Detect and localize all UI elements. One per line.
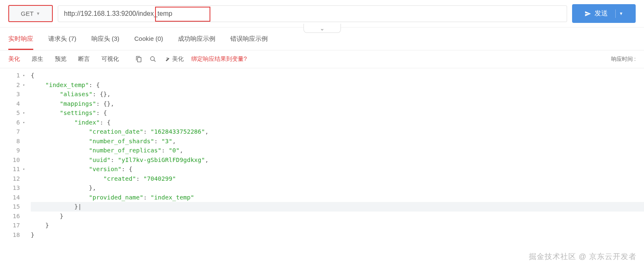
url-highlight-annotation bbox=[155, 7, 210, 22]
code-line: } bbox=[31, 212, 644, 221]
send-button-label: 发送 bbox=[595, 9, 608, 18]
line-number: 10 bbox=[0, 155, 21, 165]
code-line: "aliases": {}, bbox=[31, 90, 644, 99]
sub-tab-raw[interactable]: 原生 bbox=[32, 55, 43, 63]
send-icon bbox=[585, 10, 591, 17]
chevron-down-icon[interactable]: ▼ bbox=[619, 11, 623, 16]
line-number: 11 bbox=[0, 164, 21, 174]
code-line: "version": { bbox=[31, 164, 644, 174]
code-line: }, bbox=[31, 183, 644, 193]
line-number: 14 bbox=[0, 193, 21, 202]
send-divider bbox=[615, 10, 616, 18]
svg-point-0 bbox=[151, 57, 154, 60]
beautify-action[interactable]: 美化 bbox=[164, 55, 184, 63]
line-number: 18 bbox=[0, 230, 21, 240]
url-input[interactable]: http://192.168.1.33:9200/index_temp bbox=[58, 5, 567, 22]
line-number: 1 bbox=[0, 71, 21, 80]
sub-tab-visualize[interactable]: 可视化 bbox=[101, 55, 119, 63]
sub-tab-assert[interactable]: 断言 bbox=[78, 55, 90, 63]
response-sub-toolbar: 美化 原生 预览 断言 可视化 美化 绑定响应结果到变量? 响应时间 : bbox=[0, 50, 644, 68]
line-number: 4 bbox=[0, 99, 21, 109]
line-gutter: 123456789101112131415161718 bbox=[0, 71, 22, 239]
line-number: 12 bbox=[0, 174, 21, 184]
copy-icon[interactable] bbox=[136, 56, 142, 62]
code-line: "number_of_shards": "3", bbox=[31, 137, 644, 146]
line-number: 16 bbox=[0, 212, 21, 221]
sub-tab-preview[interactable]: 预览 bbox=[55, 55, 67, 63]
line-number: 5 bbox=[0, 108, 21, 118]
http-method-dropdown[interactable]: GET ▼ bbox=[8, 5, 53, 22]
tab-error-example[interactable]: 错误响应示例 bbox=[230, 35, 268, 50]
code-line: "uuid": "yIl7kv-gSbiGRlFD9gdkxg", bbox=[31, 155, 644, 165]
line-number: 13 bbox=[0, 183, 21, 193]
tab-realtime-response[interactable]: 实时响应 bbox=[8, 35, 33, 50]
http-method-label: GET bbox=[21, 10, 34, 17]
code-line: "mappings": {}, bbox=[31, 99, 644, 109]
code-line: "creation_date": "1628433752286", bbox=[31, 127, 644, 137]
code-line: "number_of_replicas": "0", bbox=[31, 146, 644, 155]
sub-tab-beautify[interactable]: 美化 bbox=[8, 55, 20, 63]
svg-line-1 bbox=[154, 60, 155, 62]
code-content[interactable]: { "index_temp": { "aliases": {}, "mappin… bbox=[22, 71, 644, 239]
line-number: 3 bbox=[0, 90, 21, 99]
bind-variables-link[interactable]: 绑定响应结果到变量? bbox=[191, 55, 247, 63]
code-line: "index_temp": { bbox=[31, 80, 644, 90]
toolbar-icons: 美化 绑定响应结果到变量? bbox=[136, 55, 247, 63]
send-button[interactable]: 发送 ▼ bbox=[572, 4, 636, 23]
chevron-down-icon: ⌄ bbox=[320, 25, 325, 32]
chevron-down-icon: ▼ bbox=[36, 11, 40, 16]
search-icon[interactable] bbox=[150, 56, 156, 62]
response-body: 123456789101112131415161718 { "index_tem… bbox=[0, 68, 644, 244]
code-line: "provided_name": "index_temp" bbox=[31, 193, 644, 202]
code-line: } bbox=[31, 221, 644, 230]
tab-request-headers[interactable]: 请求头 (7) bbox=[48, 35, 76, 50]
wand-icon bbox=[164, 56, 170, 62]
tab-success-example[interactable]: 成功响应示例 bbox=[178, 35, 215, 50]
line-number: 15 bbox=[0, 202, 21, 212]
response-time-label: 响应时间 : bbox=[611, 55, 636, 63]
code-line: }| bbox=[31, 202, 644, 212]
code-line: "settings": { bbox=[31, 108, 644, 118]
tab-response-headers[interactable]: 响应头 (3) bbox=[91, 35, 120, 50]
line-number: 17 bbox=[0, 221, 21, 230]
tab-cookie[interactable]: Cookie (0) bbox=[134, 35, 163, 50]
line-number: 2 bbox=[0, 80, 21, 90]
line-number: 8 bbox=[0, 137, 21, 146]
code-line: } bbox=[31, 230, 644, 240]
line-number: 7 bbox=[0, 127, 21, 137]
code-line: { bbox=[31, 71, 644, 80]
collapse-handle[interactable]: ⌄ bbox=[303, 24, 341, 33]
line-number: 6 bbox=[0, 118, 21, 127]
line-number: 9 bbox=[0, 146, 21, 155]
code-line: "created": "7040299" bbox=[31, 174, 644, 184]
request-bar: GET ▼ http://192.168.1.33:9200/index_tem… bbox=[0, 0, 644, 27]
code-line: "index": { bbox=[31, 118, 644, 127]
